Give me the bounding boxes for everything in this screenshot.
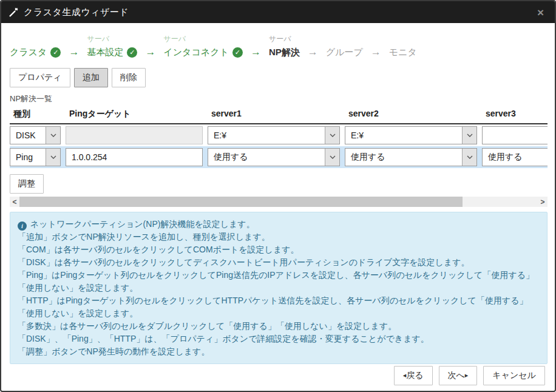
arrow-icon: → xyxy=(251,45,261,59)
scroll-right-icon[interactable]: > xyxy=(538,197,548,207)
step-basic-settings[interactable]: サーバ 基本設定✓ xyxy=(87,34,137,59)
info-text: 「Ping」はPingターゲット列のセルをクリックしてPing送信先のIPアドレ… xyxy=(18,269,540,282)
server3-cell-select[interactable] xyxy=(482,126,548,144)
info-text: 「DISK」は各サーバ列のセルをクリックしてディスクハートビート用パーティション… xyxy=(18,256,540,269)
dialog-title: クラスタ生成ウィザード xyxy=(24,7,534,18)
chevron-down-icon xyxy=(46,149,60,166)
info-text: 「使用しない」を設定します。 xyxy=(18,307,540,320)
step-np-resolution[interactable]: サーバ NP解決 xyxy=(269,34,300,59)
type-select[interactable]: Ping xyxy=(10,148,61,166)
properties-button[interactable]: プロパティ xyxy=(10,68,70,87)
info-text: 「COM」は各サーバ列のセルをクリックしてCOMポートを設定します。 xyxy=(18,243,540,256)
ping-target-input xyxy=(66,126,203,144)
close-icon[interactable]: × xyxy=(534,5,548,19)
cancel-button[interactable]: キャンセル xyxy=(483,366,545,385)
chevron-down-icon xyxy=(462,149,476,166)
info-text: 「追加」ボタンでNP解決リソースを追加し、種別を選択します。 xyxy=(18,231,540,243)
info-text: 「多数決」は各サーバ列のセルをダブルクリックして「使用する」「使用しない」を設定… xyxy=(18,320,540,333)
type-select[interactable]: DISK xyxy=(10,126,61,144)
step-label: モニタ xyxy=(389,47,417,58)
table-row-selected: Ping 使用する 使用する xyxy=(10,146,548,168)
toolbar: プロパティ 追加 削除 xyxy=(10,68,546,87)
col-header-server2: server2 xyxy=(345,109,482,120)
arrow-icon: → xyxy=(308,45,318,59)
server2-cell-select[interactable]: 使用する xyxy=(345,148,477,166)
table-row: DISK E:¥ E:¥ xyxy=(10,124,548,146)
step-label: クラスタ xyxy=(10,47,47,58)
chevron-down-icon xyxy=(325,149,339,166)
step-interconnect[interactable]: サーバ インタコネクト✓ xyxy=(163,34,242,59)
magic-wand-icon xyxy=(8,7,19,18)
info-panel: iネットワークパーティション(NP)解決機能を設定します。 「追加」ボタンでNP… xyxy=(10,212,548,364)
info-text: 「HTTP」はPingターゲット列のセルをクリックしてHTTPパケット送信先を設… xyxy=(18,294,540,307)
np-resolution-grid: 種別 Pingターゲット server1 server2 server3 DIS… xyxy=(10,106,548,168)
scrollbar-thumb[interactable] xyxy=(19,197,463,207)
check-icon: ✓ xyxy=(127,47,137,58)
chevron-down-icon xyxy=(325,127,339,144)
server2-cell-select[interactable]: E:¥ xyxy=(345,126,477,144)
scroll-left-icon[interactable]: < xyxy=(10,197,19,207)
step-label: NP解決 xyxy=(269,47,300,58)
tune-button[interactable]: 調整 xyxy=(10,174,44,194)
step-label: 基本設定 xyxy=(87,47,123,58)
info-text: 「DISK」、「Ping」、「HTTP」は、「プロパティ」ボタンで詳細設定を確認… xyxy=(18,333,540,345)
info-text: 「使用しない」を設定します。 xyxy=(18,282,540,294)
check-icon: ✓ xyxy=(50,47,61,58)
step-monitor[interactable]: モニタ xyxy=(389,34,417,59)
step-label: グループ xyxy=(326,47,363,58)
server1-cell-select[interactable]: E:¥ xyxy=(208,126,340,144)
server1-cell-select[interactable]: 使用する xyxy=(208,148,340,166)
server3-cell-select[interactable]: 使用する xyxy=(482,148,548,166)
arrow-icon: → xyxy=(145,45,155,59)
step-group[interactable]: グループ xyxy=(326,34,363,59)
delete-button[interactable]: 削除 xyxy=(112,68,146,87)
chevron-down-icon xyxy=(462,127,476,144)
col-header-server1: server1 xyxy=(208,109,345,120)
info-text: ネットワークパーティション(NP)解決機能を設定します。 xyxy=(30,219,255,229)
footer-buttons: ◂戻る 次へ▸ キャンセル xyxy=(394,366,545,385)
horizontal-scrollbar[interactable]: < > xyxy=(10,197,548,207)
ping-target-input[interactable] xyxy=(66,148,203,166)
np-list-label: NP解決一覧 xyxy=(10,93,546,104)
col-header-server3: server3 xyxy=(482,109,548,120)
col-header-ping-target: Pingターゲット xyxy=(66,109,208,120)
next-button[interactable]: 次へ▸ xyxy=(439,366,478,385)
step-label: インタコネクト xyxy=(163,47,228,58)
wizard-breadcrumb: クラスタ✓ → サーバ 基本設定✓ → サーバ インタコネクト✓ → サーバ N… xyxy=(10,34,546,59)
col-header-type: 種別 xyxy=(10,109,66,120)
step-cluster[interactable]: クラスタ✓ xyxy=(10,34,61,59)
add-button[interactable]: 追加 xyxy=(74,68,108,87)
check-icon: ✓ xyxy=(232,47,243,58)
chevron-down-icon xyxy=(46,127,60,144)
info-text: 「調整」ボタンでNP発生時の動作を設定します。 xyxy=(18,345,540,358)
cluster-wizard-dialog: クラスタ生成ウィザード × クラスタ✓ → サーバ 基本設定✓ → サーバ イン… xyxy=(0,0,556,392)
next-arrow-icon: ▸ xyxy=(465,371,469,379)
grid-header-row: 種別 Pingターゲット server1 server2 server3 xyxy=(10,106,548,124)
title-bar: クラスタ生成ウィザード × xyxy=(1,1,555,23)
arrow-icon: → xyxy=(69,45,79,59)
info-icon: i xyxy=(18,221,27,231)
arrow-icon: → xyxy=(371,45,381,59)
back-button[interactable]: ◂戻る xyxy=(394,366,433,385)
